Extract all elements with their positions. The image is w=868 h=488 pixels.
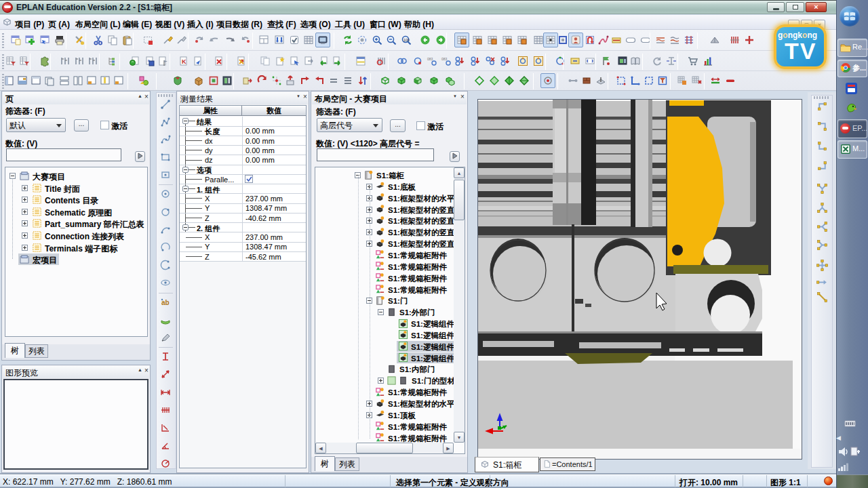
svg-text:100: 100: [403, 38, 410, 42]
svg-text:083: 083: [441, 57, 448, 61]
svg-text:083: 083: [427, 57, 433, 61]
svg-text:K: K: [182, 58, 186, 65]
